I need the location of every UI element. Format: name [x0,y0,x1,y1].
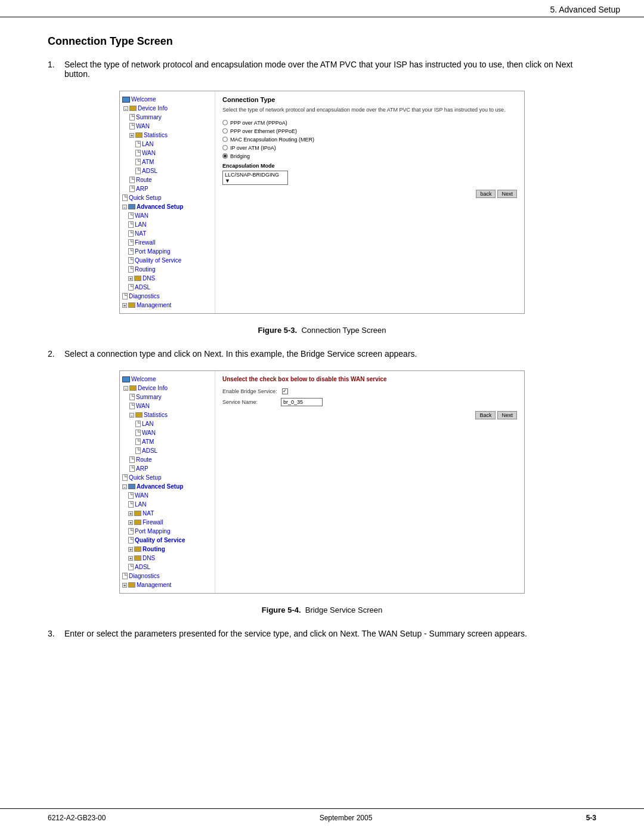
nav-adv-portmapping[interactable]: Port Mapping [128,247,212,256]
nav2-adv-firewall[interactable]: + Firewall [128,518,212,527]
nav-stat-adsl[interactable]: ADSL [135,166,212,175]
expand2-routing[interactable]: + [128,547,133,552]
nav-adv-adsl[interactable]: ADSL [128,283,212,292]
nav2-route[interactable]: Route [129,455,212,464]
enable-bridge-checkbox[interactable] [282,388,288,394]
nav-stat-wan[interactable]: WAN [135,149,212,157]
radio-label-pppoA: PPP over ATM (PPPoA) [230,120,287,126]
expand-advanced[interactable]: - [122,205,127,209]
nav2-stat-atm[interactable]: ATM [135,437,212,446]
expand-statistics[interactable]: + [129,133,134,138]
instruction-1-text: Select the type of network protocol and … [64,60,596,79]
nav-stat-atm[interactable]: ATM [135,157,212,166]
instruction-2-text: Select a connection type and click on Ne… [64,349,417,359]
nav-adv-lan[interactable]: LAN [128,220,212,229]
nav2-adv-dns[interactable]: + DNS [128,554,212,563]
nav2-stat-lan[interactable]: LAN [135,419,212,428]
connection-type-content: Connection Type Select the type of netwo… [215,91,524,313]
expand-dns[interactable]: + [128,276,133,281]
nav-summary[interactable]: Summary [129,113,212,122]
expand-device-info[interactable]: - [123,106,128,111]
radio-btn-ipoA[interactable] [222,145,228,150]
nav-wan[interactable]: WAN [129,122,212,131]
figure-4-label: Figure 5-4. [262,606,301,614]
nav-welcome[interactable]: Welcome [122,95,212,104]
radio-bridging[interactable]: Bridging [222,153,517,159]
nav2-wan[interactable]: WAN [129,401,212,410]
nav2-statistics[interactable]: - Statistics LAN WAN ATM ADSL [129,410,212,455]
nav-advanced-setup[interactable]: - Advanced Setup WAN LAN NAT Firewall Po… [122,202,212,292]
doc-diagnostics [122,293,128,299]
nav-adv-dns[interactable]: + DNS [128,274,212,283]
nav-statistics[interactable]: + Statistics LAN WAN ATM ADSL [129,131,212,175]
screen1-nav-buttons: back Next [222,190,517,198]
radio-mer[interactable]: MAC Encapsulation Routing (MER) [222,137,517,143]
nav2-adv-qos[interactable]: Quality of Service [128,536,212,545]
doc2-arp [129,465,135,472]
figure-3-title: Connection Type Screen [301,326,386,335]
nav2-stat-wan[interactable]: WAN [135,428,212,437]
radio-ipoA[interactable]: IP over ATM (IPoA) [222,145,517,151]
instruction-1: 1. Select the type of network protocol a… [48,60,596,79]
nav-management[interactable]: + Management [122,301,212,310]
doc-stat-lan [135,141,141,147]
nav2-arp[interactable]: ARP [129,464,212,473]
nav2-summary[interactable]: Summary [129,393,212,401]
radio-label-ipoA: IP over ATM (IPoA) [230,145,276,151]
doc-arp [129,186,135,192]
nav2-adv-nat[interactable]: + NAT [128,509,212,518]
expand-management[interactable]: + [122,303,127,308]
nav-tree-1: Welcome - Device Info Summary WAN [120,91,215,313]
nav2-adv-lan[interactable]: LAN [128,500,212,509]
radio-pppoA[interactable]: PPP over ATM (PPPoA) [222,120,517,126]
expand2-advanced[interactable]: - [122,484,127,489]
expand2-firewall[interactable]: + [128,520,133,525]
expand2-dns[interactable]: + [128,556,133,561]
nav2-adv-portmapping[interactable]: Port Mapping [128,527,212,536]
nav-adv-qos[interactable]: Quality of Service [128,256,212,265]
radio-btn-mer[interactable] [222,137,228,142]
nav2-device-info[interactable]: - Device Info Summary WAN - Statistics [122,384,212,473]
screen2-back-btn[interactable]: Back [475,411,496,419]
expand2-device-info[interactable]: - [123,386,128,391]
radio-btn-pppoE[interactable] [222,128,228,134]
figure-4-caption: Figure 5-4. Bridge Service Screen [48,606,596,614]
nav2-adv-wan[interactable]: WAN [128,491,212,500]
nav2-stat-adsl[interactable]: ADSL [135,446,212,455]
monitor-icon [122,97,130,103]
nav-quick-setup[interactable]: Quick Setup [122,193,212,202]
nav-adv-firewall[interactable]: Firewall [128,238,212,247]
screen1-title: Connection Type [222,96,517,103]
nav-device-info[interactable]: - Device Info Summary WAN + [122,104,212,193]
doc-wan [129,123,135,129]
screen1-next-btn[interactable]: Next [497,190,517,198]
nav2-management[interactable]: + Management [122,580,212,589]
nav-adv-nat[interactable]: NAT [128,229,212,238]
radio-btn-pppoA[interactable] [222,120,228,125]
nav-route[interactable]: Route [129,175,212,184]
nav2-adv-adsl[interactable]: ADSL [128,563,212,572]
expand2-nat[interactable]: + [128,511,133,516]
nav2-welcome[interactable]: Welcome [122,375,212,384]
nav2-advanced-setup[interactable]: - Advanced Setup WAN LAN + NAT [122,482,212,572]
service-name-input[interactable] [281,398,323,406]
nav2-quick-setup[interactable]: Quick Setup [122,473,212,482]
radio-label-bridging: Bridging [230,153,250,159]
encap-select[interactable]: LLC/SNAP-BRIDGING ▼ [222,171,288,185]
section-title: Connection Type Screen [48,35,596,48]
nav-arp[interactable]: ARP [129,184,212,193]
radio-btn-bridging[interactable] [222,153,228,159]
expand2-statistics[interactable]: - [129,413,134,418]
screen2-next-btn[interactable]: Next [497,411,517,419]
screen1-back-btn[interactable]: back [476,190,496,198]
expand2-management[interactable]: + [122,583,127,588]
nav-diagnostics[interactable]: Diagnostics [122,292,212,301]
nav-adv-routing[interactable]: Routing [128,265,212,274]
radio-label-mer: MAC Encapsulation Routing (MER) [230,137,314,143]
doc2-adv-qos [128,537,134,543]
nav-stat-lan[interactable]: LAN [135,140,212,149]
nav-adv-wan[interactable]: WAN [128,211,212,220]
nav2-adv-routing[interactable]: + Routing [128,545,212,554]
radio-pppoE[interactable]: PPP over Ethernet (PPPoE) [222,128,517,134]
nav2-diagnostics[interactable]: Diagnostics [122,572,212,580]
